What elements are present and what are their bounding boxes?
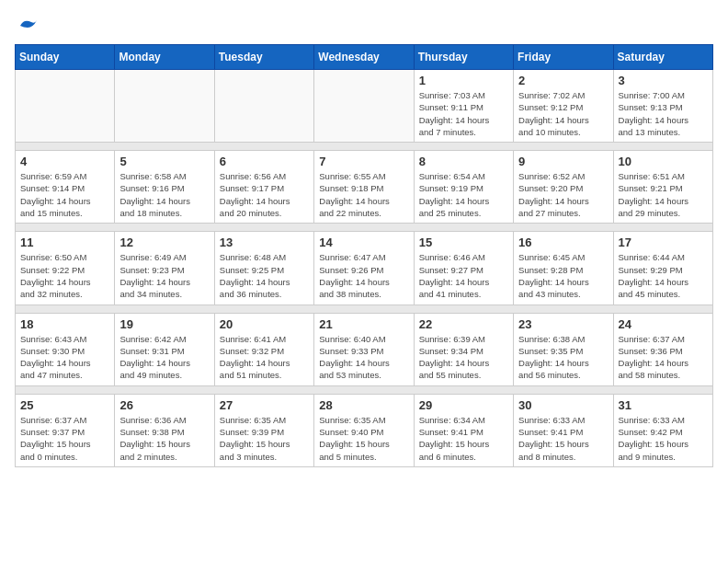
week-separator: [16, 224, 713, 232]
calendar-table: SundayMondayTuesdayWednesdayThursdayFrid…: [15, 44, 713, 467]
weekday-header-wednesday: Wednesday: [314, 45, 414, 70]
day-info: Sunrise: 6:47 AM Sunset: 9:26 PM Dayligh…: [319, 251, 408, 300]
day-cell: 23Sunrise: 6:38 AM Sunset: 9:35 PM Dayli…: [514, 313, 613, 385]
day-info: Sunrise: 6:35 AM Sunset: 9:39 PM Dayligh…: [220, 414, 309, 463]
day-cell: 14Sunrise: 6:47 AM Sunset: 9:26 PM Dayli…: [314, 232, 414, 304]
day-cell: 17Sunrise: 6:44 AM Sunset: 9:29 PM Dayli…: [613, 232, 712, 304]
day-cell: 13Sunrise: 6:48 AM Sunset: 9:25 PM Dayli…: [214, 232, 313, 304]
day-number: 15: [419, 236, 508, 249]
day-info: Sunrise: 6:33 AM Sunset: 9:41 PM Dayligh…: [518, 414, 608, 463]
day-number: 20: [220, 317, 309, 331]
day-info: Sunrise: 6:36 AM Sunset: 9:38 PM Dayligh…: [119, 414, 209, 463]
day-info: Sunrise: 6:52 AM Sunset: 9:20 PM Dayligh…: [518, 170, 608, 219]
day-info: Sunrise: 6:44 AM Sunset: 9:29 PM Dayligh…: [619, 251, 708, 300]
week-row-1: 1Sunrise: 7:03 AM Sunset: 9:11 PM Daylig…: [16, 70, 713, 143]
day-cell: 28Sunrise: 6:35 AM Sunset: 9:40 PM Dayli…: [314, 394, 414, 466]
day-number: 22: [419, 317, 508, 331]
day-number: 13: [220, 236, 309, 249]
day-number: 5: [119, 155, 209, 168]
day-info: Sunrise: 6:49 AM Sunset: 9:23 PM Dayligh…: [119, 251, 209, 300]
day-cell: 21Sunrise: 6:40 AM Sunset: 9:33 PM Dayli…: [314, 313, 414, 385]
day-cell: 22Sunrise: 6:39 AM Sunset: 9:34 PM Dayli…: [414, 313, 513, 385]
week-row-4: 18Sunrise: 6:43 AM Sunset: 9:30 PM Dayli…: [16, 313, 713, 385]
day-cell: 24Sunrise: 6:37 AM Sunset: 9:36 PM Dayli…: [613, 313, 712, 385]
day-number: 3: [619, 74, 708, 87]
day-number: 17: [619, 236, 708, 249]
day-number: 28: [319, 398, 408, 412]
day-info: Sunrise: 6:33 AM Sunset: 9:42 PM Dayligh…: [619, 414, 708, 463]
day-cell: 2Sunrise: 7:02 AM Sunset: 9:12 PM Daylig…: [514, 70, 613, 143]
day-cell: 16Sunrise: 6:45 AM Sunset: 9:28 PM Dayli…: [514, 232, 613, 304]
day-number: 30: [518, 398, 608, 412]
day-number: 4: [20, 155, 109, 168]
day-number: 24: [619, 317, 708, 331]
day-info: Sunrise: 6:43 AM Sunset: 9:30 PM Dayligh…: [20, 333, 109, 382]
day-number: 2: [518, 74, 608, 87]
day-cell: 30Sunrise: 6:33 AM Sunset: 9:41 PM Dayli…: [514, 394, 613, 466]
weekday-header-sunday: Sunday: [16, 45, 115, 70]
day-number: 21: [319, 317, 408, 331]
logo: [15, 15, 39, 37]
day-number: 16: [518, 236, 608, 249]
day-info: Sunrise: 6:55 AM Sunset: 9:18 PM Dayligh…: [319, 170, 408, 219]
separator-cell: [16, 224, 713, 232]
day-info: Sunrise: 7:03 AM Sunset: 9:11 PM Dayligh…: [419, 89, 508, 138]
week-separator: [16, 385, 713, 394]
day-cell: [16, 70, 115, 143]
day-number: 6: [220, 155, 309, 168]
day-cell: 6Sunrise: 6:56 AM Sunset: 9:17 PM Daylig…: [214, 151, 313, 224]
day-number: 12: [119, 236, 209, 249]
day-number: 8: [419, 155, 508, 168]
day-cell: 20Sunrise: 6:41 AM Sunset: 9:32 PM Dayli…: [214, 313, 313, 385]
day-cell: 27Sunrise: 6:35 AM Sunset: 9:39 PM Dayli…: [214, 394, 313, 466]
day-number: 26: [119, 398, 209, 412]
day-number: 19: [119, 317, 209, 331]
weekday-header-monday: Monday: [115, 45, 214, 70]
day-info: Sunrise: 7:02 AM Sunset: 9:12 PM Dayligh…: [518, 89, 608, 138]
separator-cell: [16, 304, 713, 313]
week-row-2: 4Sunrise: 6:59 AM Sunset: 9:14 PM Daylig…: [16, 151, 713, 224]
day-number: 1: [419, 74, 508, 87]
day-cell: 18Sunrise: 6:43 AM Sunset: 9:30 PM Dayli…: [16, 313, 115, 385]
day-info: Sunrise: 6:45 AM Sunset: 9:28 PM Dayligh…: [518, 251, 608, 300]
weekday-header-row: SundayMondayTuesdayWednesdayThursdayFrid…: [16, 45, 713, 70]
day-info: Sunrise: 6:37 AM Sunset: 9:36 PM Dayligh…: [619, 333, 708, 382]
day-number: 7: [319, 155, 408, 168]
day-cell: 7Sunrise: 6:55 AM Sunset: 9:18 PM Daylig…: [314, 151, 414, 224]
day-cell: [314, 70, 414, 143]
day-info: Sunrise: 6:42 AM Sunset: 9:31 PM Dayligh…: [119, 333, 209, 382]
day-cell: 26Sunrise: 6:36 AM Sunset: 9:38 PM Dayli…: [115, 394, 214, 466]
day-info: Sunrise: 7:00 AM Sunset: 9:13 PM Dayligh…: [619, 89, 708, 138]
logo-bird-icon: [17, 15, 39, 37]
day-cell: 4Sunrise: 6:59 AM Sunset: 9:14 PM Daylig…: [16, 151, 115, 224]
day-cell: [214, 70, 313, 143]
day-info: Sunrise: 6:37 AM Sunset: 9:37 PM Dayligh…: [20, 414, 109, 463]
day-info: Sunrise: 6:39 AM Sunset: 9:34 PM Dayligh…: [419, 333, 508, 382]
separator-cell: [16, 385, 713, 394]
day-cell: 11Sunrise: 6:50 AM Sunset: 9:22 PM Dayli…: [16, 232, 115, 304]
day-number: 11: [20, 236, 109, 249]
day-number: 14: [319, 236, 408, 249]
day-info: Sunrise: 6:51 AM Sunset: 9:21 PM Dayligh…: [619, 170, 708, 219]
day-cell: 9Sunrise: 6:52 AM Sunset: 9:20 PM Daylig…: [514, 151, 613, 224]
day-cell: 29Sunrise: 6:34 AM Sunset: 9:41 PM Dayli…: [414, 394, 513, 466]
weekday-header-tuesday: Tuesday: [214, 45, 313, 70]
day-cell: 19Sunrise: 6:42 AM Sunset: 9:31 PM Dayli…: [115, 313, 214, 385]
day-info: Sunrise: 6:35 AM Sunset: 9:40 PM Dayligh…: [319, 414, 408, 463]
day-info: Sunrise: 6:56 AM Sunset: 9:17 PM Dayligh…: [220, 170, 309, 219]
day-cell: 8Sunrise: 6:54 AM Sunset: 9:19 PM Daylig…: [414, 151, 513, 224]
day-info: Sunrise: 6:38 AM Sunset: 9:35 PM Dayligh…: [518, 333, 608, 382]
day-info: Sunrise: 6:59 AM Sunset: 9:14 PM Dayligh…: [20, 170, 109, 219]
week-separator: [16, 304, 713, 313]
day-info: Sunrise: 6:34 AM Sunset: 9:41 PM Dayligh…: [419, 414, 508, 463]
day-cell: 12Sunrise: 6:49 AM Sunset: 9:23 PM Dayli…: [115, 232, 214, 304]
weekday-header-saturday: Saturday: [613, 45, 712, 70]
day-info: Sunrise: 6:41 AM Sunset: 9:32 PM Dayligh…: [220, 333, 309, 382]
day-info: Sunrise: 6:40 AM Sunset: 9:33 PM Dayligh…: [319, 333, 408, 382]
day-number: 18: [20, 317, 109, 331]
day-number: 10: [619, 155, 708, 168]
day-cell: 3Sunrise: 7:00 AM Sunset: 9:13 PM Daylig…: [613, 70, 712, 143]
day-cell: 31Sunrise: 6:33 AM Sunset: 9:42 PM Dayli…: [613, 394, 712, 466]
week-separator: [16, 143, 713, 151]
day-cell: [115, 70, 214, 143]
